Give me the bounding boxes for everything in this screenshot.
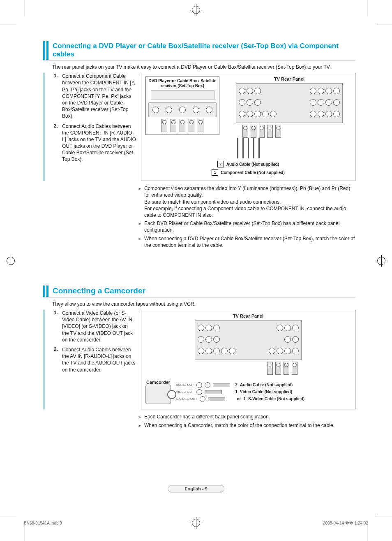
legend-label: Component Cable (Not supplied) xyxy=(221,170,285,175)
section-1-header: Connecting a DVD Player or Cable Box/Sat… xyxy=(43,41,355,60)
print-footer: BN68-01541A.indb 9 2008-04-14 �� 1:24:02 xyxy=(24,521,368,525)
cable-legend: 2 Audio Cable (Not supplied) 1 Component… xyxy=(145,161,351,176)
note-arrow-icon: ➣ xyxy=(138,220,144,233)
section-2-diagram: TV Rear Panel xyxy=(141,310,355,409)
step-number: 1. xyxy=(54,310,62,343)
step-number: 1. xyxy=(54,73,62,119)
section-2-steps: 1. Connect a Video Cable (or S-Video Cab… xyxy=(54,310,136,409)
camcorder-icon xyxy=(145,385,171,404)
note-arrow-icon: ➣ xyxy=(138,422,144,429)
section-1-steps: 1. Connect a Component Cable between the… xyxy=(54,73,136,181)
step-number: 2. xyxy=(54,123,62,163)
step-text: Connect a Video Cable (or S-Video Cable)… xyxy=(62,310,136,343)
note-text: Each DVD Player or Cable Box/Satellite r… xyxy=(144,220,355,233)
tv-panel-label: TV Rear Panel xyxy=(236,77,343,81)
note-arrow-icon: ➣ xyxy=(138,185,144,218)
step-text: Connect a Component Cable between the CO… xyxy=(62,73,136,119)
camcorder-label: Camcorder xyxy=(145,380,171,385)
step-number: 2. xyxy=(54,346,62,373)
section-1-diagram: DVD Player or Cable Box / Satellite rece… xyxy=(141,73,355,181)
note-text: Each Camcorder has a different back pane… xyxy=(144,413,270,420)
registration-mark-icon xyxy=(376,255,387,267)
legend-number-box: 1 xyxy=(212,169,218,176)
note-arrow-icon: ➣ xyxy=(138,413,144,420)
step-text: Connect Audio Cables between the COMPONE… xyxy=(62,123,136,163)
section-1-intro: The rear panel jacks on your TV make it … xyxy=(52,64,355,70)
note-arrow-icon: ➣ xyxy=(138,235,144,248)
step-text: Connect Audio Cables between the AV IN [… xyxy=(62,346,136,373)
section-2-header: Connecting a Camcorder xyxy=(43,286,355,297)
legend-label: Audio Cable (Not supplied) xyxy=(226,162,279,167)
note-text: When connecting a DVD Player or Cable Bo… xyxy=(144,235,355,248)
left-accent-bar-icon xyxy=(43,73,45,181)
title-accent-bars-icon xyxy=(43,41,48,60)
registration-mark-icon xyxy=(190,4,202,16)
section-2-title: Connecting a Camcorder xyxy=(53,286,145,297)
tv-rear-panel: TV Rear Panel xyxy=(236,77,343,138)
note-text: Component video separates the video into… xyxy=(144,185,355,218)
tv-panel-label: TV Rear Panel xyxy=(195,313,302,318)
registration-mark-icon xyxy=(5,255,16,267)
section-1-title: Connecting a DVD Player or Cable Box/Sat… xyxy=(53,41,355,60)
camcorder-cable-legend: 2Audio Cable (Not supplied) 1Video Cable… xyxy=(235,380,351,404)
cable-plugs-icon xyxy=(148,119,217,132)
source-device-panel: DVD Player or Cable Box / Satellite rece… xyxy=(145,77,219,135)
section-1-notes: ➣Component video separates the video int… xyxy=(138,185,355,248)
page-language-badge: English - 9 xyxy=(168,485,224,492)
doc-id: BN68-01541A.indb 9 xyxy=(24,521,62,525)
section-2-intro: They allow you to view the camcorder tap… xyxy=(52,301,355,307)
left-accent-bar-icon xyxy=(43,310,45,409)
camcorder-jacks: AUDIO OUT VIDEO OUT S-VIDEO OUT xyxy=(176,381,230,403)
print-timestamp: 2008-04-14 �� 1:24:02 xyxy=(323,521,368,525)
title-accent-bars-icon xyxy=(43,286,48,297)
legend-number-box: 2 xyxy=(217,161,224,167)
note-text: When connecting a Camcorder, match the c… xyxy=(144,422,334,429)
section-2-notes: ➣Each Camcorder has a different back pan… xyxy=(138,413,355,429)
source-device-label: DVD Player or Cable Box / Satellite rece… xyxy=(148,79,217,88)
cable-lines-icon xyxy=(145,138,351,158)
